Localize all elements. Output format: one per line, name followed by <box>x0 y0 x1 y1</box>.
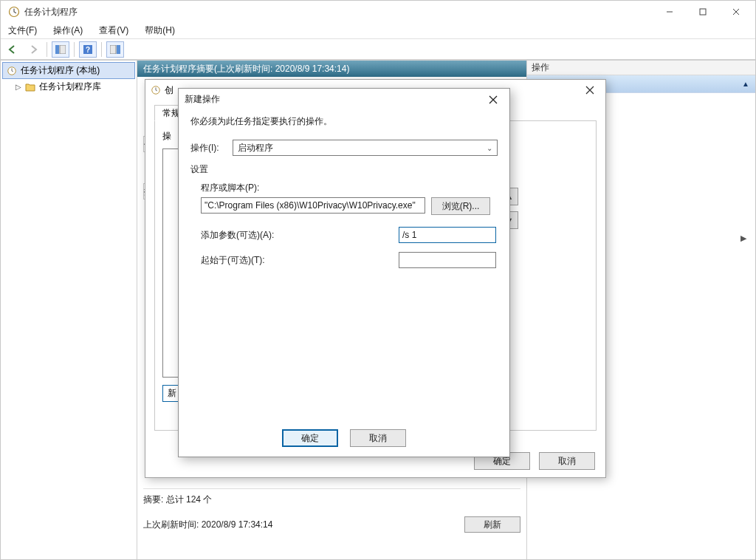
task-scheduler-icon <box>8 6 20 18</box>
toolbar-show-hide-action-pane-button[interactable] <box>106 41 124 58</box>
tree-panel: 任务计划程序 (本地) ▷ 任务计划程序库 <box>1 61 137 559</box>
browse-button[interactable]: 浏览(R)... <box>431 197 490 215</box>
tree-child-node[interactable]: ▷ 任务计划程序库 <box>2 79 135 95</box>
svg-rect-2 <box>55 45 59 54</box>
cancel-button[interactable]: 取消 <box>539 452 595 470</box>
menu-help[interactable]: 帮助(H) <box>142 23 178 38</box>
menu-action[interactable]: 操作(A) <box>50 23 86 38</box>
tree-root-label: 任务计划程序 (本地) <box>21 64 100 77</box>
new-action-dialog: 新建操作 你必须为此任务指定要执行的操作。 操作(I): 启动程序 ⌄ 设置 程… <box>178 88 510 457</box>
action-select[interactable]: 启动程序 ⌄ <box>233 140 498 156</box>
chevron-right-icon: ▶ <box>740 233 748 243</box>
dialog-title: 新建操作 <box>185 93 220 106</box>
task-scheduler-window: 任务计划程序 文件(F) 操作(A) 查看(V) 帮助(H) <box>0 0 756 560</box>
task-scheduler-icon <box>150 84 162 96</box>
svg-text:?: ? <box>86 46 90 54</box>
nav-forward-button[interactable] <box>24 41 42 58</box>
svg-rect-7 <box>117 45 120 54</box>
partial-text: 操 <box>162 130 171 143</box>
program-label: 程序或脚本(P): <box>201 182 498 194</box>
start-in-label: 起始于(可选)(T): <box>201 254 390 267</box>
folder-icon <box>24 81 36 93</box>
chevron-down-icon: ⌄ <box>487 144 492 152</box>
tree-expand-icon[interactable]: ▷ <box>16 83 21 91</box>
close-icon[interactable] <box>483 92 504 107</box>
toolbar-show-hide-console-tree-button[interactable] <box>52 41 69 58</box>
toolbar-separator <box>74 42 75 57</box>
menu-view[interactable]: 查看(V) <box>96 23 131 38</box>
collapse-icon[interactable]: ▲ <box>742 80 749 88</box>
toolbar: ? <box>1 39 755 60</box>
window-title: 任务计划程序 <box>24 6 653 18</box>
minimize-button[interactable] <box>653 1 686 23</box>
arguments-label: 添加参数(可选)(A): <box>201 229 390 242</box>
close-button[interactable] <box>719 1 752 23</box>
close-icon[interactable] <box>579 83 601 98</box>
toolbar-help-button[interactable]: ? <box>79 41 97 58</box>
dialog-title: 创 <box>165 84 173 97</box>
task-scheduler-icon <box>6 65 18 77</box>
ok-button[interactable]: 确定 <box>282 429 338 447</box>
svg-rect-6 <box>110 45 116 54</box>
menu-file[interactable]: 文件(F) <box>5 23 40 38</box>
cancel-button[interactable]: 取消 <box>350 429 406 447</box>
maximize-button[interactable] <box>686 1 719 23</box>
tree-child-label: 任务计划程序库 <box>39 81 101 93</box>
last-refresh-text: 上次刷新时间: 2020/8/9 17:34:14 <box>143 519 272 531</box>
settings-group-label: 设置 <box>190 163 498 176</box>
tree-root-node[interactable]: 任务计划程序 (本地) <box>2 62 135 79</box>
nav-back-button[interactable] <box>4 41 21 58</box>
window-titlebar: 任务计划程序 <box>1 1 755 23</box>
toolbar-separator <box>101 42 102 57</box>
summary-text: 摘要: 总计 124 个 <box>143 494 212 506</box>
svg-rect-1 <box>700 9 706 15</box>
actions-panel-title: 操作 <box>527 61 755 75</box>
arguments-input[interactable]: /s 1 <box>399 227 496 243</box>
start-in-input[interactable] <box>399 252 496 268</box>
menubar: 文件(F) 操作(A) 查看(V) 帮助(H) <box>1 23 755 39</box>
center-header: 任务计划程序摘要(上次刷新时间: 2020/8/9 17:34:14) <box>137 61 526 77</box>
toolbar-separator <box>47 42 47 57</box>
refresh-button[interactable]: 刷新 <box>464 516 520 533</box>
center-header-text: 任务计划程序摘要(上次刷新时间: 2020/8/9 17:34:14) <box>143 63 349 75</box>
action-selected-value: 启动程序 <box>238 142 273 154</box>
instruction-text: 你必须为此任务指定要执行的操作。 <box>190 115 498 128</box>
action-label: 操作(I): <box>190 142 227 154</box>
program-input[interactable]: "C:\Program Files (x86)\W10Privacy\W10Pr… <box>201 197 425 214</box>
svg-rect-3 <box>60 45 66 54</box>
window-controls <box>653 1 752 23</box>
